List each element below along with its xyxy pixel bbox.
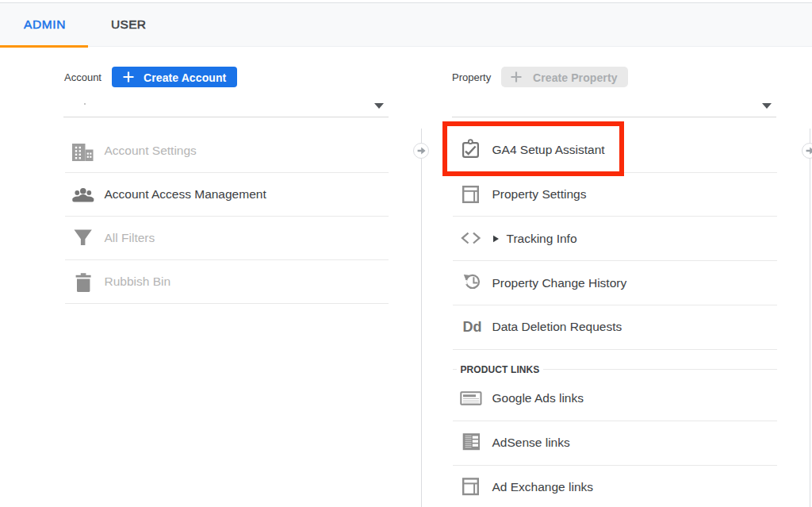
svg-text:Dd: Dd xyxy=(463,319,482,335)
